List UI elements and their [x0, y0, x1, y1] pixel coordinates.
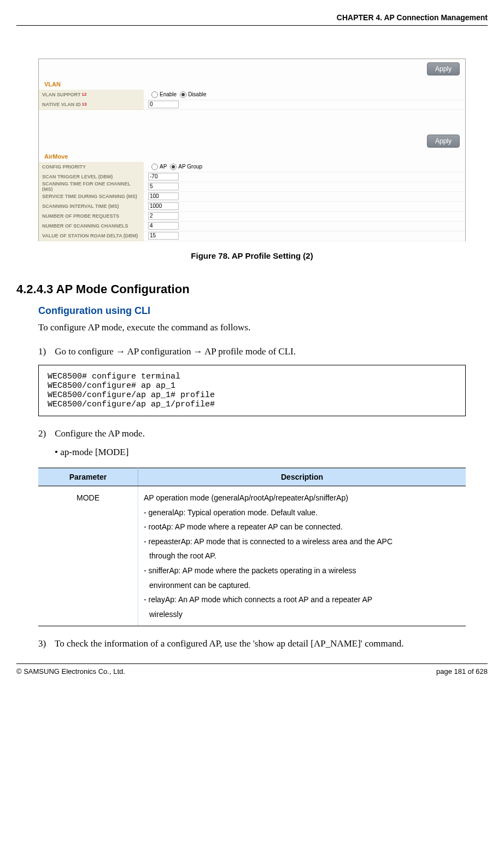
- radio-disable[interactable]: [180, 91, 186, 98]
- td-mode: MODE: [38, 486, 138, 626]
- section-intro: To configure AP mode, execute the comman…: [38, 322, 488, 333]
- airmove-row: CONFIG PRIORITYAPAP Group: [39, 162, 465, 172]
- step-2: 2) Configure the AP mode.: [38, 428, 488, 439]
- airmove-value: [144, 211, 465, 222]
- airmove-value: [144, 221, 465, 231]
- airmove-value: [144, 201, 465, 212]
- step1-text: Go to configure → AP configuration → AP …: [55, 346, 296, 357]
- airmove-value: [144, 182, 465, 192]
- radio-apgroup[interactable]: [170, 164, 177, 170]
- desc-l3: - rootAp: AP mode where a repeater AP ca…: [144, 522, 343, 531]
- vlan-support-label-text: VLAN SUPPORT: [42, 92, 81, 97]
- page-footer: © SAMSUNG Electronics Co., Ltd. page 181…: [16, 663, 488, 676]
- parameter-table: Parameter Description MODE AP operation …: [38, 468, 466, 626]
- airmove-label: SCANNING INTERVAL TIME (MS): [39, 201, 144, 212]
- native-vlan-input[interactable]: [148, 101, 179, 108]
- airmove-input[interactable]: [148, 232, 179, 240]
- airmove-label: VALUE OF STATION ROAM DELTA (DBM): [39, 231, 144, 241]
- th-description: Description: [138, 468, 466, 486]
- disable-label: Disable: [188, 91, 206, 97]
- desc-l5a: - snifferAp: AP mode where the packets o…: [144, 566, 356, 575]
- native-vlan-label: NATIVE VLAN ID 13: [39, 100, 144, 110]
- airmove-section-title: AirMove: [39, 151, 465, 162]
- step1-num: 1): [38, 346, 52, 357]
- airmove-row: NUMBER OF SCANNING CHANNELS: [39, 221, 465, 231]
- step3-text: To check the information of a configured…: [55, 638, 404, 649]
- footer-copyright: © SAMSUNG Electronics Co., Ltd.: [16, 667, 125, 676]
- airmove-value: APAP Group: [144, 162, 465, 172]
- airmove-row: VALUE OF STATION ROAM DELTA (DBM): [39, 231, 465, 241]
- section-sub-title: Configuration using CLI: [38, 305, 488, 317]
- airmove-label: NUMBER OF PROBE REQUESTS: [39, 211, 144, 222]
- desc-l5b: environment can be captured.: [144, 578, 460, 593]
- figure-ap-profile: Apply VLAN VLAN SUPPORT 12 Enable Disabl…: [38, 59, 466, 241]
- apply-button-top[interactable]: Apply: [427, 62, 460, 75]
- airmove-value: [144, 231, 465, 241]
- step-3: 3) To check the information of a configu…: [38, 638, 488, 649]
- section-number-title: 4.2.4.3 AP Mode Configuration: [16, 282, 488, 296]
- vlan-support-sup: 12: [82, 92, 87, 97]
- chapter-header: CHAPTER 4. AP Connection Management: [16, 13, 488, 26]
- radio-enable[interactable]: [151, 91, 158, 98]
- enable-label: Enable: [160, 91, 177, 97]
- desc-l4a: - repeasterAp: AP mode that is connected…: [144, 537, 392, 546]
- step2-bullet: • ap-mode [MODE]: [55, 447, 488, 458]
- vlan-support-label: VLAN SUPPORT 12: [39, 90, 144, 100]
- airmove-input[interactable]: [148, 202, 179, 210]
- airmove-input[interactable]: [148, 222, 179, 230]
- airmove-row: SCANNING INTERVAL TIME (MS): [39, 201, 465, 211]
- td-description: AP operation mode (generalAp/rootAp/repe…: [138, 486, 466, 626]
- figure-caption: Figure 78. AP Profile Setting (2): [16, 251, 488, 260]
- step2-num: 2): [38, 428, 52, 439]
- radio-apgroup-label: AP Group: [178, 164, 202, 170]
- airmove-value: [144, 191, 465, 202]
- airmove-input[interactable]: [148, 212, 179, 220]
- desc-l6b: wirelessly: [144, 607, 460, 622]
- desc-l4b: through the root AP.: [144, 549, 460, 563]
- native-vlan-label-text: NATIVE VLAN ID: [42, 102, 81, 107]
- airmove-label: SERVICE TIME DURING SCANNING (MS): [39, 191, 144, 202]
- desc-l6a: - relayAp: An AP mode which connects a r…: [144, 595, 372, 604]
- airmove-input[interactable]: [148, 193, 179, 200]
- desc-l1: AP operation mode (generalAp/rootAp/repe…: [144, 493, 348, 502]
- step3-num: 3): [38, 638, 52, 649]
- desc-l2: - generalAp: Typical operation mode. Def…: [144, 508, 318, 517]
- cli-code-block: WEC8500# configure terminal WEC8500/conf…: [38, 365, 466, 416]
- vlan-section-title: VLAN: [39, 79, 465, 90]
- th-parameter: Parameter: [38, 468, 138, 486]
- airmove-input[interactable]: [148, 173, 179, 180]
- airmove-row: SCANNING TIME FOR ONE CHANNEL (MS): [39, 182, 465, 191]
- airmove-value: [144, 172, 465, 182]
- apply-button-mid[interactable]: Apply: [427, 135, 460, 148]
- step2-text: Configure the AP mode.: [55, 428, 145, 439]
- airmove-row: NUMBER OF PROBE REQUESTS: [39, 211, 465, 221]
- footer-page-number: page 181 of 628: [436, 667, 488, 676]
- native-vlan-sup: 13: [82, 102, 87, 107]
- step-1: 1) Go to configure → AP configuration → …: [38, 346, 488, 357]
- airmove-label: NUMBER OF SCANNING CHANNELS: [39, 221, 144, 231]
- airmove-label: CONFIG PRIORITY: [39, 162, 144, 172]
- airmove-label: SCANNING TIME FOR ONE CHANNEL (MS): [39, 182, 144, 192]
- radio-ap-label: AP: [160, 164, 167, 170]
- vlan-support-value: Enable Disable: [144, 90, 465, 100]
- radio-ap[interactable]: [151, 164, 158, 170]
- airmove-input[interactable]: [148, 183, 179, 190]
- airmove-row: SERVICE TIME DURING SCANNING (MS): [39, 191, 465, 201]
- airmove-row: SCAN TRIGGER LEVEL (DBM): [39, 172, 465, 182]
